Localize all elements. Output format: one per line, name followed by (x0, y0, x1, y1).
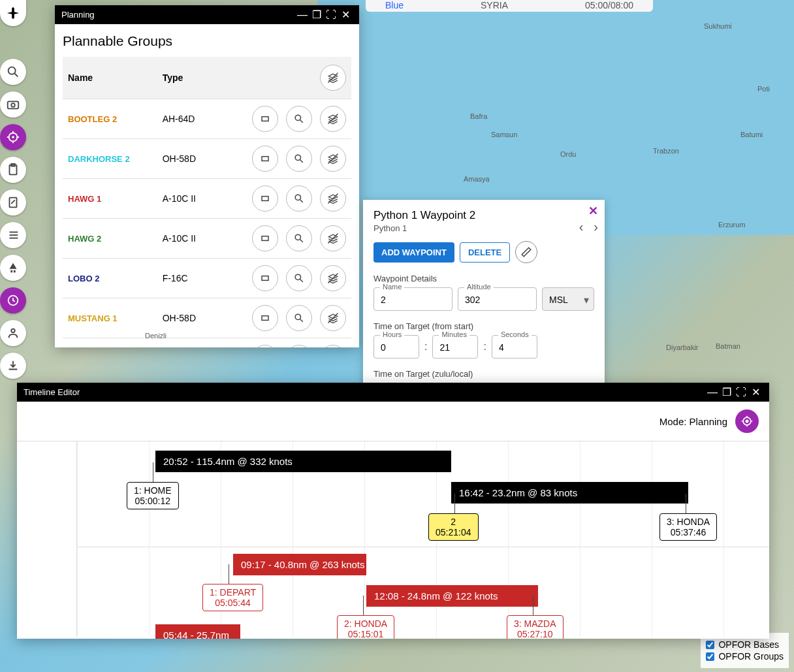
altitude-ref-select[interactable]: MSL (542, 287, 594, 311)
layers-icon[interactable] (320, 146, 346, 172)
planning-titlebar[interactable]: Planning — ❐ ⛶ ✕ (55, 5, 359, 24)
legend-item[interactable]: OPFOR Bases (706, 639, 784, 650)
timeline-waypoint[interactable]: 1: HOME05:00:12 (127, 482, 179, 509)
seconds-input[interactable] (492, 335, 537, 359)
timeline-waypoint[interactable]: 3: HONDA05:37:46 (659, 513, 717, 541)
timeline-waypoint[interactable]: 1: DEPART05:05:44 (202, 584, 263, 611)
minimize-icon[interactable]: — (705, 387, 720, 398)
maximize-icon[interactable]: ⛶ (324, 9, 338, 21)
bounds-icon[interactable] (252, 225, 278, 251)
altitude-input[interactable] (458, 287, 537, 311)
edit-tool-button[interactable] (0, 189, 26, 216)
target-icon[interactable] (735, 409, 759, 433)
col-name: Name (63, 57, 157, 99)
maximize-icon[interactable]: ⛶ (734, 387, 748, 398)
svg-point-16 (295, 115, 300, 120)
search-tool-button[interactable] (0, 59, 26, 85)
delete-waypoint-button[interactable]: DELETE (460, 242, 510, 263)
triangle-tool-button[interactable] (0, 255, 26, 281)
zoom-icon[interactable] (286, 225, 312, 251)
timeline-segment[interactable]: 12:08 - 24.8nm @ 122 knots (366, 585, 538, 607)
target-tool-button[interactable] (0, 124, 26, 150)
zoom-icon[interactable] (286, 345, 312, 347)
bounds-icon[interactable] (252, 106, 278, 132)
svg-line-33 (300, 280, 303, 282)
timeline-segment[interactable]: 05:44 - 25.7nm (155, 624, 240, 639)
zoom-icon[interactable] (286, 106, 312, 132)
svg-rect-2 (8, 101, 19, 108)
waypoint-time: 05:27:10 (514, 629, 556, 639)
col-actions (215, 57, 351, 99)
person-tool-button[interactable] (0, 320, 26, 346)
map-city-label: Bafra (470, 112, 487, 120)
bounds-icon[interactable] (252, 185, 278, 212)
bounds-icon[interactable] (252, 265, 278, 291)
group-row[interactable]: HAWG 1 A-10C II (63, 179, 351, 219)
hours-input[interactable] (373, 335, 419, 359)
close-icon[interactable]: ✕ (588, 204, 598, 218)
download-tool-button[interactable] (0, 353, 26, 379)
svg-point-13 (11, 329, 15, 333)
minutes-input[interactable] (432, 335, 478, 359)
zoom-icon[interactable] (286, 185, 312, 212)
layers-icon[interactable] (320, 185, 346, 212)
bounds-icon[interactable] (252, 345, 278, 347)
svg-point-5 (12, 136, 14, 138)
legend-checkbox[interactable] (706, 641, 714, 649)
map-city-label: Denizli (145, 332, 167, 340)
clipboard-tool-button[interactable] (0, 157, 26, 183)
timeline-waypoint[interactable]: 2: HONDA05:15:01 (337, 615, 394, 639)
bounds-icon[interactable] (252, 305, 278, 331)
planning-title: Planning (61, 10, 95, 20)
group-row[interactable]: MUSTANG 1 OH-58D (63, 298, 351, 338)
edit-icon[interactable] (515, 241, 537, 263)
close-icon[interactable]: ✕ (748, 386, 763, 398)
next-waypoint-icon[interactable]: › (594, 219, 598, 234)
plane-tool-button[interactable] (0, 0, 26, 26)
coalition-label: Blue (385, 0, 404, 12)
zoom-icon[interactable] (286, 146, 312, 172)
waypoint-time: 05:37:46 (667, 527, 710, 537)
close-icon[interactable]: ✕ (338, 8, 353, 21)
waypoint-name-field: Name (373, 287, 453, 311)
waypoint-time: 05:05:44 (210, 598, 256, 608)
timeline-waypoint[interactable]: 3: MAZDA05:27:10 (507, 615, 564, 639)
bounds-icon[interactable] (252, 146, 278, 172)
prev-waypoint-icon[interactable]: ‹ (579, 219, 584, 234)
group-type: A-10C II (157, 219, 215, 259)
timeline-segment[interactable]: 09:17 - 40.8nm @ 263 knots (233, 554, 366, 575)
clock-tool-button[interactable] (0, 287, 26, 313)
layers-header-icon[interactable] (320, 65, 346, 91)
add-waypoint-button[interactable]: ADD WAYPOINT (373, 242, 454, 263)
groups-table: Name Type BOOTLEG 2 AH-64D DARKHORSE 2 O… (63, 57, 351, 347)
zoom-icon[interactable] (286, 305, 312, 331)
camera-tool-button[interactable] (0, 91, 26, 118)
zoom-icon[interactable] (286, 265, 312, 291)
timeline-segment[interactable]: 20:52 - 115.4nm @ 332 knots (155, 451, 451, 472)
layers-icon[interactable] (320, 305, 346, 331)
group-row[interactable]: LOBO 2 F-16C (63, 259, 351, 298)
seconds-field: Seconds (492, 335, 537, 359)
legend-checkbox[interactable] (706, 652, 714, 661)
list-tool-button[interactable] (0, 222, 26, 248)
map-city-label: Samsun (491, 131, 517, 138)
group-row[interactable]: HAWG 2 A-10C II (63, 219, 351, 259)
group-row[interactable]: PYTHON 1 F-16C (63, 338, 351, 348)
restore-icon[interactable]: ❐ (720, 386, 734, 398)
minimize-icon[interactable]: — (295, 9, 310, 21)
group-row[interactable]: BOOTLEG 2 AH-64D (63, 99, 351, 139)
layers-icon[interactable] (320, 265, 346, 291)
svg-line-37 (300, 319, 303, 322)
legend-item[interactable]: OPFOR Groups (706, 651, 784, 662)
group-type: AH-64D (157, 99, 215, 139)
timeline-waypoint[interactable]: 205:21:04 (428, 513, 479, 541)
layers-icon[interactable] (320, 345, 346, 347)
svg-point-44 (746, 420, 748, 422)
layers-icon[interactable] (320, 106, 346, 132)
timeline-segment[interactable]: 16:42 - 23.2nm @ 83 knots (451, 482, 688, 504)
waypoint-name-input[interactable] (373, 287, 453, 311)
layers-icon[interactable] (320, 225, 346, 251)
timeline-titlebar[interactable]: Timeline Editor — ❐ ⛶ ✕ (17, 383, 769, 402)
group-row[interactable]: DARKHORSE 2 OH-58D (63, 139, 351, 179)
restore-icon[interactable]: ❐ (310, 8, 324, 21)
